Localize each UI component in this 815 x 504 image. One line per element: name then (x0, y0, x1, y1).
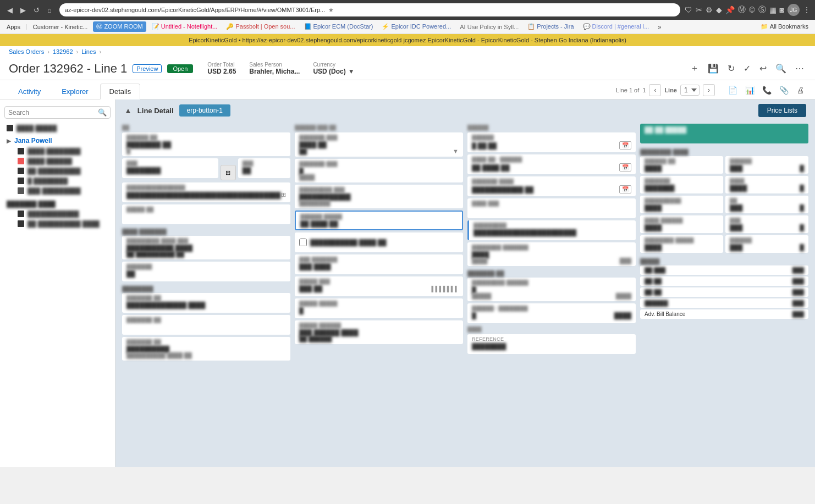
extension-icon-1[interactable]: 🛡 (685, 5, 692, 14)
field-remaining-qty: █████████ ███ ████████████ ████████ (295, 185, 463, 208)
extension-icon-10[interactable]: ◙ (780, 5, 784, 14)
sidebar-sub-2: ████████████ ██ ██████████ ████ (0, 209, 115, 229)
extension-icon-4[interactable]: ◆ (716, 5, 722, 14)
sidebar-icon-5 (18, 178, 24, 184)
sidebar-item-3[interactable]: ████ ██████ (11, 156, 115, 166)
toolbar-doc-icon[interactable]: 📄 (726, 84, 740, 97)
sidebar-item-5[interactable]: █ ████████ (11, 176, 115, 186)
bookmark-zoom[interactable]: Ⓜ ZOOM ROOM (93, 21, 146, 32)
comments-label: ████████ (122, 284, 290, 293)
menu-button[interactable]: ⋮ (803, 5, 811, 14)
search-box[interactable]: 🔍 (4, 106, 111, 119)
extension-icon-8[interactable]: Ⓢ (758, 5, 766, 15)
extension-icon-3[interactable]: ⚙ (706, 5, 713, 14)
bookmark-epicor-idc[interactable]: ⚡ Epicor IDC Powered... (378, 22, 454, 31)
tab-activity[interactable]: Activity (9, 84, 50, 99)
status-calendar-btn[interactable]: 📅 (619, 141, 631, 149)
sidebar-item-6[interactable]: ███ █████████ (11, 186, 115, 196)
tabs-row: Activity Explorer Details Line 1 of 1 ‹ … (0, 80, 815, 99)
sidebar-item-7[interactable]: ████████████ (11, 209, 115, 219)
refresh-button[interactable]: ↺ (31, 4, 42, 15)
currency-dropdown[interactable]: ▼ (348, 68, 355, 75)
bookmark-apps[interactable]: Apps (3, 23, 24, 31)
sidebar-item-4[interactable]: ██ ██████████ (11, 166, 115, 176)
bookmark-discord[interactable]: 💬 Discord | #general l... (580, 22, 653, 31)
bookmark-passbolt[interactable]: 🔑 Passbolt | Open sou... (223, 22, 298, 31)
bookmark-all[interactable]: 📁 All Bookmarks (757, 22, 812, 31)
forward-button[interactable]: ▶ (18, 4, 29, 15)
toolbar-paperclip-icon[interactable]: 📎 (777, 84, 791, 97)
line-select[interactable]: 1 (680, 85, 700, 96)
refresh-record-button[interactable]: ↻ (725, 61, 737, 76)
back-button[interactable]: ◀ (4, 4, 15, 15)
secondary-toolbar-icons: 📄 📊 📞 📎 🖨 (726, 84, 806, 99)
sidebar-group-2[interactable]: ███████ ████ (0, 199, 115, 209)
extension-icon-9[interactable]: ▦ (769, 5, 777, 14)
prev-line-button[interactable]: ‹ (649, 84, 661, 96)
col4-field-3b: ██ ████ (725, 196, 808, 213)
sidebar-item-2[interactable]: ████ ████████ (11, 146, 115, 156)
save-button[interactable]: 💾 (706, 61, 721, 76)
bookmark-customer[interactable]: Customer - Kinetic... (30, 23, 91, 31)
preview-badge[interactable]: Preview (133, 64, 162, 73)
field-purchase-linked: ████████ ███████ ████ ████ ███ (467, 242, 636, 266)
user-avatar[interactable]: JG (788, 4, 800, 16)
sidebar-item-1[interactable]: ████ █████ (0, 123, 115, 133)
tab-details[interactable]: Details (100, 84, 141, 99)
col4-field-3a: ██████████ ████ (640, 196, 723, 213)
field-ordered-reserved: ██████ / ████████ █ ████ (467, 303, 636, 323)
needby-calendar-btn[interactable]: 📅 (619, 163, 631, 171)
extension-icon-6[interactable]: Ⓜ (738, 5, 746, 15)
bookmark-more[interactable]: » (654, 23, 664, 31)
more-options-button[interactable]: ⋯ (793, 61, 806, 76)
field-unit-price: ██████ █████ ██ ████ ██ (295, 211, 463, 230)
search-icon: 🔍 (98, 108, 107, 117)
search-header-button[interactable]: 🔍 (773, 61, 789, 76)
sidebar-group-jana[interactable]: ▶ Jana Powell (0, 135, 115, 146)
extension-icon-2[interactable]: ✂ (696, 5, 702, 14)
some-checkbox[interactable] (299, 239, 307, 246)
next-line-button[interactable]: › (703, 84, 715, 96)
breadcrumb-order-num[interactable]: 132962 (53, 48, 73, 55)
header-actions: ＋ 💾 ↻ ✓ ↩ 🔍 ⋯ (688, 60, 806, 76)
bookmark-jira[interactable]: 📋 Projects - Jira (524, 22, 577, 31)
home-button[interactable]: ⌂ (44, 4, 55, 15)
toolbar-phone-icon[interactable]: 📞 (760, 84, 774, 97)
breadcrumb-sales-orders[interactable]: Sales Orders (9, 48, 44, 55)
col2-section-label: ██████ ███ ██ (295, 124, 463, 132)
price-lists-button[interactable]: Price Lists (758, 104, 806, 117)
add-button[interactable]: ＋ (688, 60, 701, 76)
sidebar-item-8[interactable]: ██ ██████████ ████ (11, 219, 115, 229)
extension-icon-7[interactable]: © (749, 5, 755, 14)
toolbar-print-icon[interactable]: 🖨 (794, 84, 806, 97)
field-status: ██████ █ ██ ██ 📅 (467, 132, 636, 152)
main-layout: 🔍 ████ █████ ▶ Jana Powell ████ ████████… (0, 99, 815, 467)
expand-description-button[interactable]: ⊞ (221, 165, 236, 180)
app-header: Sales Orders › 132962 › Lines › Order 13… (0, 46, 815, 80)
currency-field: Currency USD (Doc) ▼ (313, 62, 354, 75)
toolbar-chart-icon[interactable]: 📊 (743, 84, 757, 97)
collapse-button[interactable]: ▲ (124, 106, 132, 115)
url-bar[interactable]: az-epicor-dev02.stephengould.com/EpicorK… (59, 3, 680, 16)
search-input[interactable] (8, 109, 98, 117)
bookmark-epicor-ecm[interactable]: 📘 Epicor ECM (DocStar) (301, 22, 377, 31)
undo-button[interactable]: ↩ (757, 61, 769, 76)
field-comment2: ███████ ██ (122, 315, 290, 335)
tab-explorer[interactable]: Explorer (52, 84, 97, 99)
extension-icon-5[interactable]: 📌 (725, 5, 735, 14)
col4-field-4b: ███ ████ (725, 215, 808, 233)
order-total-field: Order Total USD 2.65 (207, 62, 236, 75)
promise-calendar-btn[interactable]: 📅 (619, 185, 631, 193)
field-checkbox: ███████████ ████ ██ (295, 232, 463, 252)
status-badge: Open (167, 64, 193, 73)
bookmark-noteflight[interactable]: 📝 Untitled - Noteflight... (148, 22, 221, 31)
breadcrumb-lines[interactable]: Lines (81, 48, 96, 55)
col4-field-row-2: ███████ ███████ ████ █████ (640, 176, 808, 193)
header-meta: Order Total USD 2.65 Sales Person Brahle… (207, 62, 354, 75)
erp-button[interactable]: erp-button-1 (179, 104, 230, 117)
browser-bar: ◀ ▶ ↺ ⌂ az-epicor-dev02.stephengould.com… (0, 0, 815, 20)
bookmark-ai-policy[interactable]: AI Use Policy in Syll... (456, 23, 522, 31)
field-teal[interactable]: ██ ██ █████ (640, 124, 808, 143)
sub-section-ref: ████ (467, 325, 636, 334)
check-button[interactable]: ✓ (741, 61, 753, 76)
